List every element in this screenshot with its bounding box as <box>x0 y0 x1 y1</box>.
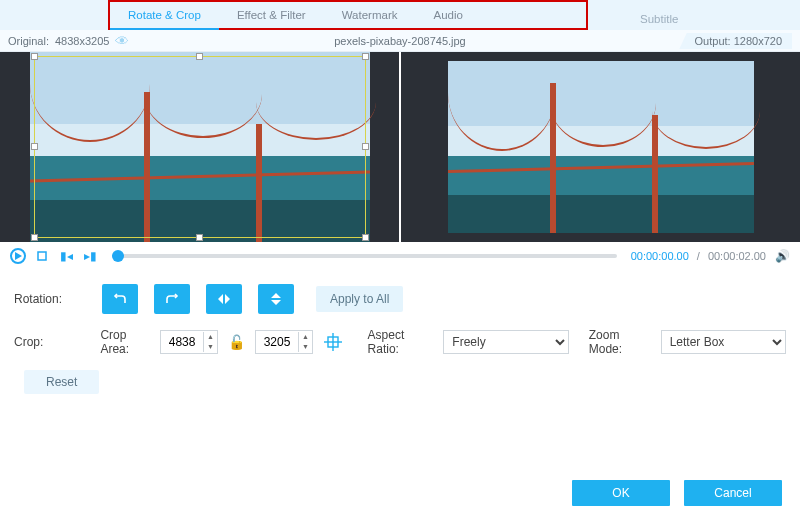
play-button[interactable] <box>10 248 26 264</box>
spinner-up-icon[interactable]: ▲ <box>299 332 312 342</box>
preview-area <box>0 52 800 242</box>
rotate-right-button[interactable] <box>154 284 190 314</box>
aspect-ratio-select[interactable]: Freely <box>443 330 568 354</box>
prev-frame-button[interactable]: ▮◂ <box>58 248 74 264</box>
title-bar: Original: 4838x3205 👁 pexels-pixabay-208… <box>0 30 800 52</box>
flip-horizontal-button[interactable] <box>206 284 242 314</box>
zoom-mode-label: Zoom Mode: <box>589 328 655 356</box>
output-label: Output: <box>695 35 731 47</box>
next-frame-button[interactable]: ▸▮ <box>82 248 98 264</box>
rotate-left-button[interactable] <box>102 284 138 314</box>
crop-handle[interactable] <box>362 234 369 241</box>
crop-handle[interactable] <box>196 53 203 60</box>
rotation-row: Rotation: Apply to All <box>14 284 786 314</box>
tab-subtitle[interactable]: Subtitle <box>622 6 696 32</box>
reset-button[interactable]: Reset <box>24 370 99 394</box>
preview-image-original <box>30 52 370 242</box>
tab-rotate-crop[interactable]: Rotate & Crop <box>110 2 219 30</box>
time-separator: / <box>697 250 700 262</box>
zoom-mode-select[interactable]: Letter Box <box>661 330 786 354</box>
crop-label: Crop: <box>14 335 90 349</box>
crop-handle[interactable] <box>31 143 38 150</box>
zoom-mode-field: Zoom Mode: Letter Box <box>589 328 786 356</box>
crop-width-input[interactable]: ▲▼ <box>160 330 218 354</box>
svg-rect-1 <box>38 252 46 260</box>
transport-bar: ▮◂ ▸▮ 00:00:00.00/00:00:02.00 🔊 <box>0 242 800 270</box>
crop-handle[interactable] <box>31 53 38 60</box>
spinner-up-icon[interactable]: ▲ <box>204 332 217 342</box>
center-crop-icon[interactable] <box>323 331 344 353</box>
spinner-down-icon[interactable]: ▼ <box>299 342 312 352</box>
crop-height-value[interactable] <box>256 335 298 349</box>
seek-bar[interactable] <box>112 254 617 258</box>
tab-watermark[interactable]: Watermark <box>324 2 416 28</box>
volume-icon[interactable]: 🔊 <box>774 248 790 264</box>
highlighted-tabs: Rotate & Crop Effect & Filter Watermark … <box>108 0 588 30</box>
tab-effect-filter[interactable]: Effect & Filter <box>219 2 324 28</box>
crop-handle[interactable] <box>31 234 38 241</box>
crop-width-value[interactable] <box>161 335 203 349</box>
footer-actions: OK Cancel <box>0 480 800 506</box>
spinner-down-icon[interactable]: ▼ <box>204 342 217 352</box>
stop-button[interactable] <box>34 248 50 264</box>
crop-row: Crop: Crop Area: ▲▼ 🔓 ▲▼ Aspect Ratio: F… <box>14 328 786 356</box>
seek-handle[interactable] <box>112 250 124 262</box>
flip-vertical-button[interactable] <box>258 284 294 314</box>
preview-original[interactable] <box>0 52 399 242</box>
crop-area-label: Crop Area: <box>100 328 154 356</box>
crop-area-field: Crop Area: ▲▼ 🔓 ▲▼ <box>100 328 347 356</box>
aspect-ratio-label: Aspect Ratio: <box>368 328 438 356</box>
crop-height-input[interactable]: ▲▼ <box>255 330 313 354</box>
rotation-label: Rotation: <box>14 292 92 306</box>
aspect-ratio-field: Aspect Ratio: Freely <box>368 328 569 356</box>
output-dimensions: 1280x720 <box>734 35 782 47</box>
time-duration: 00:00:02.00 <box>708 250 766 262</box>
output-size: Output: 1280x720 <box>677 33 792 49</box>
ok-button[interactable]: OK <box>572 480 670 506</box>
preview-output <box>399 52 800 242</box>
tab-bar: Rotate & Crop Effect & Filter Watermark … <box>0 0 800 30</box>
apply-to-all-button[interactable]: Apply to All <box>316 286 403 312</box>
svg-marker-0 <box>15 252 22 260</box>
time-current: 00:00:00.00 <box>631 250 689 262</box>
tab-audio[interactable]: Audio <box>416 2 481 28</box>
crop-handle[interactable] <box>362 143 369 150</box>
crop-frame[interactable] <box>34 56 366 238</box>
controls-panel: Rotation: Apply to All Crop: Crop Area: … <box>0 270 800 412</box>
lock-aspect-icon[interactable]: 🔓 <box>228 334 245 350</box>
crop-handle[interactable] <box>196 234 203 241</box>
crop-handle[interactable] <box>362 53 369 60</box>
preview-image-output <box>448 61 754 233</box>
reset-row: Reset <box>14 370 786 394</box>
cancel-button[interactable]: Cancel <box>684 480 782 506</box>
